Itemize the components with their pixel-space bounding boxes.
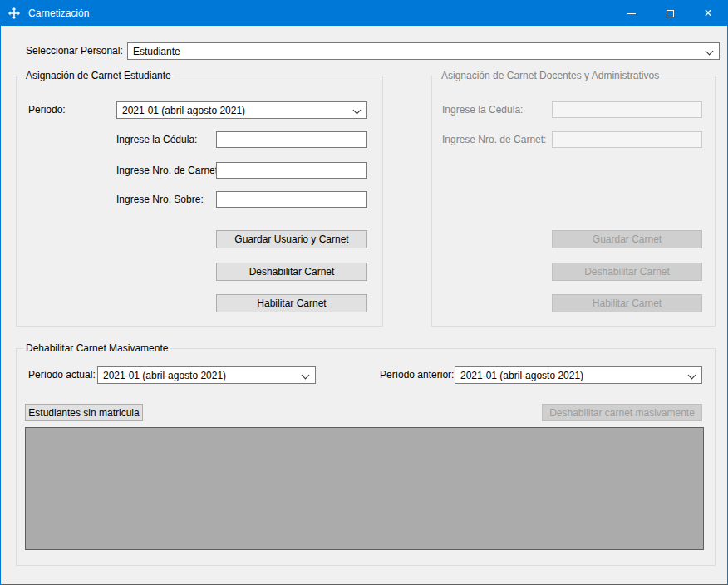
periodo-combobox[interactable]: 2021-01 (abril-agosto 2021)	[116, 101, 367, 119]
massive-groupbox-title: Dehabilitar Carnet Masivamente	[23, 342, 170, 354]
carnet-input[interactable]	[216, 162, 367, 179]
minimize-icon	[627, 13, 636, 14]
student-groupbox-title: Asignación de Carnet Estudiante	[23, 70, 174, 81]
staff-cedula-label: Ingrese la Cédula:	[442, 101, 523, 119]
chevron-down-icon	[688, 371, 696, 380]
staff-carnet-input	[552, 131, 702, 148]
cedula-label: Ingrese la Cédula:	[116, 131, 197, 148]
results-grid-panel	[25, 427, 704, 550]
sobre-input[interactable]	[216, 191, 367, 208]
personal-combobox[interactable]: Estudiante	[127, 42, 720, 60]
carnet-label: Ingrese Nro. de Carnet:	[116, 162, 220, 179]
staff-save-button: Guardar Carnet	[552, 230, 702, 248]
periodo-combobox-value: 2021-01 (abril-agosto 2021)	[122, 105, 245, 116]
staff-enable-button: Habilitar Carnet	[552, 294, 702, 312]
staff-carnet-label: Ingrese Nro. de Carnet:	[442, 131, 546, 148]
app-window: Carnetización × Seleccionar Personal: Es…	[0, 0, 728, 585]
previous-period-combobox[interactable]: 2021-01 (abril-agosto 2021)	[455, 366, 702, 384]
maximize-icon	[667, 10, 674, 17]
close-button[interactable]: ×	[689, 1, 727, 26]
disable-carnet-button[interactable]: Deshabilitar Carnet	[216, 263, 367, 281]
chevron-down-icon	[706, 47, 714, 56]
move-arrows-icon	[8, 7, 22, 20]
save-user-carnet-button[interactable]: Guardar Usuario y Carnet	[216, 230, 367, 248]
staff-cedula-input	[552, 101, 702, 118]
staff-groupbox: Asignación de Carnet Docentes y Administ…	[431, 76, 716, 327]
students-without-enrollment-button[interactable]: Estudiantes sin matricula	[25, 404, 143, 421]
close-icon: ×	[704, 7, 711, 20]
massive-groupbox: Dehabilitar Carnet Masivamente Período a…	[16, 348, 716, 566]
personal-combobox-value: Estudiante	[133, 46, 180, 57]
minimize-button[interactable]	[612, 1, 651, 26]
previous-period-combobox-value: 2021-01 (abril-agosto 2021)	[460, 370, 583, 381]
current-period-combobox[interactable]: 2021-01 (abril-agosto 2021)	[97, 366, 316, 384]
previous-period-label: Período anterior:	[380, 366, 454, 384]
current-period-combobox-value: 2021-01 (abril-agosto 2021)	[103, 370, 226, 381]
chevron-down-icon	[302, 371, 310, 380]
sobre-label: Ingrese Nro. Sobre:	[116, 191, 204, 208]
seleccionar-personal-label: Seleccionar Personal:	[26, 42, 123, 60]
maximize-button[interactable]	[651, 1, 689, 26]
student-groupbox: Asignación de Carnet Estudiante Periodo:…	[16, 76, 383, 327]
cedula-input[interactable]	[216, 131, 367, 148]
window-title: Carnetización	[28, 7, 89, 19]
current-period-label: Período actual:	[28, 366, 96, 384]
chevron-down-icon	[353, 106, 362, 115]
periodo-label: Periodo:	[28, 101, 66, 119]
staff-disable-button: Deshabilitar Carnet	[552, 263, 702, 281]
enable-carnet-button[interactable]: Habilitar Carnet	[216, 294, 367, 312]
massive-disable-button: Deshabilitar carnet masivamente	[542, 404, 702, 421]
window-controls: ×	[612, 1, 727, 26]
titlebar: Carnetización ×	[1, 1, 727, 26]
staff-groupbox-title: Asignación de Carnet Docentes y Administ…	[439, 70, 662, 81]
